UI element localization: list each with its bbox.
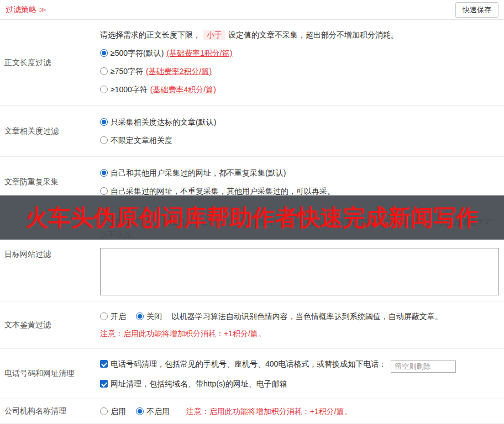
page-title[interactable]: 过滤策略 ≫ xyxy=(6,5,46,15)
length-intro-after: 设定值的文章不采集，超出部分不增加积分消耗。 xyxy=(228,30,398,39)
checkbox-icon[interactable] xyxy=(100,360,108,368)
url-cleanup-label: 网址清理，包括纯域名、带http(s)的网址、电子邮箱 xyxy=(111,379,287,388)
option-label: ≥500字符(默认) xyxy=(111,49,164,57)
company-note: 注意：启用此功能将增加积分消耗：+1积分/篇。 xyxy=(186,407,352,416)
watermark-text: 火车头伪原创词库帮助作者快速完成新闻写作 xyxy=(25,203,479,233)
radio-icon[interactable] xyxy=(136,312,144,320)
less-than-tag: 小于 xyxy=(203,30,225,40)
length-option-750[interactable]: ≥750字符(基础费率2积分/篇) xyxy=(100,65,498,77)
row-porn-filter: 文本鉴黄过滤 开启 关闭 以机器学习算法自动识别色情内容，当色情概率达到系统阈值… xyxy=(0,301,504,349)
row-company-cleanup: 公司机构名称清理 启用 不启用 注意：启用此功能将增加积分消耗：+1积分/篇。 xyxy=(0,399,504,424)
option-label: 启用 xyxy=(111,407,126,416)
row-body-length-filter: 正文长度过滤 请选择需求的正文长度下限，小于设定值的文章不采集，超出部分不增加积… xyxy=(0,20,504,106)
radio-icon[interactable] xyxy=(100,136,108,144)
option-label: 自己和其他用户采集过的网址，都不重复采集(默认) xyxy=(111,168,286,177)
company-option-on[interactable]: 启用 xyxy=(100,405,126,417)
radio-icon[interactable] xyxy=(100,312,108,320)
row-relevance-filter: 文章相关度过滤 只采集相关度达标的文章(默认) 不限定文章相关度 xyxy=(0,106,504,157)
row-phone-url-cleanup: 电话号码和网址清理 电话号码清理，包括常见的手机号、座机号、400电话格式，或替… xyxy=(0,349,504,399)
row-label-body-length: 正文长度过滤 xyxy=(0,20,98,105)
radio-icon[interactable] xyxy=(100,187,108,195)
option-label: 开启 xyxy=(111,312,126,321)
option-label: ≥750字符 xyxy=(111,67,143,76)
length-intro-before: 请选择需求的正文长度下限， xyxy=(100,30,201,39)
radio-icon[interactable] xyxy=(100,169,108,177)
relevance-option-any[interactable]: 不限定文章相关度 xyxy=(100,134,498,146)
option-fee: (基础费率2积分/篇) xyxy=(146,67,212,76)
radio-icon[interactable] xyxy=(136,407,144,415)
company-option-off[interactable]: 不启用 xyxy=(136,405,170,417)
option-fee: (基础费率1积分/篇) xyxy=(166,49,232,57)
row-label-company: 公司机构名称清理 xyxy=(0,399,98,423)
option-label: ≥1000字符 xyxy=(111,85,148,94)
option-fee: (基础费率4积分/篇) xyxy=(150,85,216,94)
watermark-banner: 火车头伪原创词库帮助作者快速完成新闻写作 xyxy=(0,195,504,240)
option-label: 关闭 xyxy=(146,312,162,321)
option-label: 不启用 xyxy=(146,407,170,416)
length-intro: 请选择需求的正文长度下限，小于设定值的文章不采集，超出部分不增加积分消耗。 xyxy=(100,29,498,41)
url-cleanup-checkbox[interactable]: 网址清理，包括纯域名、带http(s)的网址、电子邮箱 xyxy=(100,379,287,388)
relevance-option-strict[interactable]: 只采集相关度达标的文章(默认) xyxy=(100,116,498,128)
radio-icon[interactable] xyxy=(100,86,108,93)
option-label: 不限定文章相关度 xyxy=(111,136,172,145)
site-filter-textarea[interactable] xyxy=(100,248,499,295)
porn-desc: 以机器学习算法自动识别色情内容，当色情概率达到系统阈值，自动屏蔽文章。 xyxy=(172,312,443,321)
quick-save-button[interactable]: 快速保存 xyxy=(455,2,498,18)
replacement-phone-input[interactable] xyxy=(391,361,456,373)
porn-note: 注意：启用此功能将增加积分消耗：+1积分/篇。 xyxy=(100,327,498,340)
row-label-porn: 文本鉴黄过滤 xyxy=(0,301,98,348)
row-label-relevance: 文章相关度过滤 xyxy=(0,106,98,156)
row-label-phone-url: 电话号码和网址清理 xyxy=(0,349,98,399)
option-label: 只采集相关度达标的文章(默认) xyxy=(111,118,216,126)
radio-icon[interactable] xyxy=(100,67,108,75)
radio-icon[interactable] xyxy=(100,407,108,415)
length-option-1000[interactable]: ≥1000字符(基础费率4积分/篇) xyxy=(100,83,498,96)
length-option-500[interactable]: ≥500字符(默认)(基础费率1积分/篇) xyxy=(100,47,498,59)
toolbar: 过滤策略 ≫ 快速保存 xyxy=(0,0,504,20)
porn-option-off[interactable]: 关闭 xyxy=(136,310,162,322)
radio-icon[interactable] xyxy=(100,49,108,57)
dedup-option-all-users[interactable]: 自己和其他用户采集过的网址，都不重复采集(默认) xyxy=(100,167,498,179)
radio-icon[interactable] xyxy=(100,118,108,126)
option-label: 自己采集过的网址，不重复采集，其他用户采集过的，可以再采。 xyxy=(111,187,335,195)
porn-option-on[interactable]: 开启 xyxy=(100,310,126,322)
checkbox-icon[interactable] xyxy=(100,380,108,388)
phone-cleanup-label: 电话号码清理，包括常见的手机号、座机号、400电话格式，或替换成如下电话： xyxy=(111,359,386,368)
phone-cleanup-checkbox[interactable]: 电话号码清理，包括常见的手机号、座机号、400电话格式，或替换成如下电话： xyxy=(100,359,389,368)
